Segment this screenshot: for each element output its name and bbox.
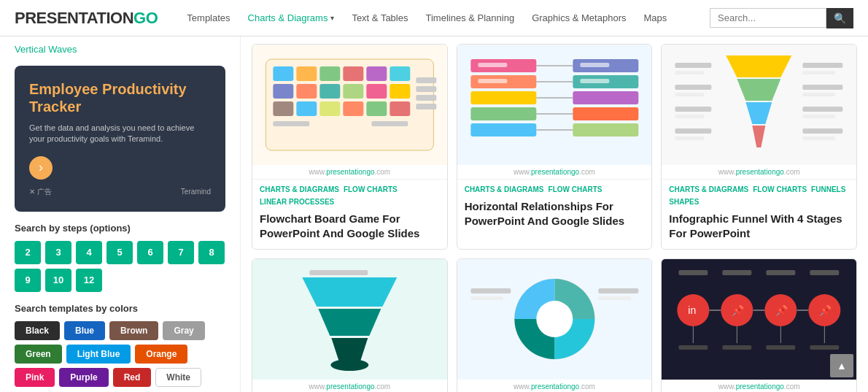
tag-shapes[interactable]: SHAPES	[669, 198, 699, 206]
svg-rect-66	[803, 137, 836, 140]
scroll-to-top-button[interactable]: ▲	[830, 354, 853, 377]
ad-brand: Teramind	[181, 188, 211, 196]
svg-rect-51	[675, 107, 712, 112]
color-pink[interactable]: Pink	[15, 368, 55, 387]
svg-rect-12	[296, 84, 317, 99]
svg-rect-81	[679, 270, 708, 275]
tag-linear[interactable]: LINEAR PROCESSES	[260, 198, 334, 206]
svg-rect-25	[371, 121, 408, 126]
svg-rect-20	[416, 77, 436, 83]
color-green[interactable]: Green	[15, 345, 62, 364]
step-10[interactable]: 10	[45, 269, 71, 292]
tag-flow[interactable]: FLOW CHARTS	[753, 185, 807, 193]
step-9[interactable]: 9	[15, 269, 41, 292]
step-6[interactable]: 6	[137, 241, 163, 264]
svg-marker-69	[302, 277, 397, 307]
nav-templates[interactable]: Templates	[187, 12, 230, 23]
nav-charts-diagrams[interactable]: Charts & Diagrams ▾	[248, 12, 335, 23]
ad-close-label[interactable]: ✕ 广告	[29, 187, 52, 197]
step-3[interactable]: 3	[45, 241, 71, 264]
search-input[interactable]	[710, 8, 826, 28]
card-source: www.presentationgo.com	[662, 380, 856, 392]
nav-maps[interactable]: Maps	[643, 12, 667, 23]
tag-charts[interactable]: CHARTS & DIAGRAMS	[260, 185, 339, 193]
color-grid: Black Blue Brown Gray Green Light Blue O…	[15, 321, 225, 387]
tag-charts[interactable]: CHARTS & DIAGRAMS	[465, 185, 544, 193]
tag-funnels[interactable]: FUNNELS	[811, 185, 845, 193]
card-infographic-funnel-3[interactable]: www.presentationgo.com CHARTS & DIAGRAMS…	[252, 258, 448, 392]
svg-rect-47	[675, 63, 712, 68]
ad-cta-button[interactable]: ›	[29, 156, 53, 180]
main-nav: Templates Charts & Diagrams ▾ Text & Tab…	[187, 12, 710, 23]
step-2[interactable]: 2	[15, 241, 41, 264]
svg-rect-40	[573, 107, 638, 120]
svg-rect-102	[767, 345, 796, 350]
vertical-waves-link[interactable]: Vertical Waves	[15, 44, 225, 55]
ad-description: Get the data and analysis you need to ac…	[29, 123, 211, 145]
step-12[interactable]: 12	[76, 269, 102, 292]
svg-text:in: in	[689, 304, 697, 316]
svg-rect-13	[273, 84, 293, 99]
svg-rect-21	[416, 86, 436, 92]
chevron-down-icon: ▾	[330, 14, 334, 22]
tag-flow[interactable]: FLOW CHARTS	[549, 185, 602, 193]
svg-rect-6	[366, 66, 387, 81]
color-brown[interactable]: Brown	[109, 321, 158, 340]
nav-text-tables[interactable]: Text & Tables	[352, 12, 408, 23]
logo[interactable]: PRESENTATIONGO	[15, 9, 158, 28]
svg-rect-84	[810, 270, 840, 275]
svg-point-79	[536, 301, 573, 337]
card-process-workflow[interactable]: in 📌 📌 📌	[661, 258, 857, 392]
color-white[interactable]: White	[155, 368, 201, 387]
color-light-blue[interactable]: Light Blue	[66, 345, 131, 364]
svg-rect-19	[390, 101, 410, 116]
svg-rect-76	[598, 288, 638, 293]
color-blue[interactable]: Blue	[64, 321, 105, 340]
color-black[interactable]: Black	[15, 321, 60, 340]
nav-graphics[interactable]: Graphics & Metaphors	[532, 12, 626, 23]
ad-title: Employee Productivity Tracker	[29, 80, 211, 115]
card-source: www.presentationgo.com	[457, 165, 652, 180]
svg-rect-16	[319, 101, 340, 116]
svg-rect-29	[470, 91, 536, 104]
svg-rect-61	[803, 85, 843, 90]
main-content: Vertical Waves Employee Productivity Tra…	[0, 36, 868, 392]
svg-rect-7	[390, 66, 410, 81]
card-infographic-funnel-4[interactable]: www.presentationgo.com CHARTS & DIAGRAMS…	[661, 44, 857, 250]
card-process-circle[interactable]: www.presentationgo.com CHARTS & DIAGRAMS…	[457, 258, 653, 392]
search-box: 🔍	[710, 8, 853, 28]
color-gray[interactable]: Gray	[163, 321, 204, 340]
tag-charts[interactable]: CHARTS & DIAGRAMS	[669, 185, 748, 193]
card-image	[252, 259, 447, 380]
search-button[interactable]: 🔍	[826, 8, 853, 28]
svg-rect-101	[723, 345, 752, 350]
svg-rect-31	[470, 123, 536, 137]
step-5[interactable]: 5	[106, 241, 133, 264]
color-orange[interactable]: Orange	[135, 345, 187, 364]
tag-flow[interactable]: FLOW CHARTS	[344, 185, 398, 193]
steps-grid: 2 3 4 5 6 7 8 9 10 12	[15, 241, 225, 292]
step-7[interactable]: 7	[168, 241, 194, 264]
svg-rect-62	[803, 93, 836, 96]
step-4[interactable]: 4	[76, 241, 102, 264]
color-purple[interactable]: Purple	[59, 368, 108, 387]
svg-rect-82	[723, 270, 752, 275]
svg-rect-52	[675, 115, 705, 118]
nav-timelines[interactable]: Timelines & Planning	[425, 12, 514, 23]
color-red[interactable]: Red	[113, 368, 152, 387]
advertisement: Employee Productivity Tracker Get the da…	[15, 66, 225, 212]
cards-area: www.presentationgo.com CHARTS & DIAGRAMS…	[241, 36, 868, 392]
card-tags: CHARTS & DIAGRAMS FLOW CHARTS	[457, 180, 652, 196]
ad-footer: ✕ 广告 Teramind	[29, 187, 211, 197]
svg-rect-49	[675, 85, 712, 90]
svg-rect-74	[470, 288, 511, 293]
svg-rect-24	[273, 121, 309, 126]
svg-rect-75	[470, 296, 503, 300]
card-horizontal-relationships[interactable]: www.presentationgo.com CHARTS & DIAGRAMS…	[457, 44, 653, 250]
card-flowchart-board-game[interactable]: www.presentationgo.com CHARTS & DIAGRAMS…	[252, 44, 448, 250]
card-tags: CHARTS & DIAGRAMS FLOW CHARTS FUNNELS SH…	[662, 180, 856, 209]
cards-grid: www.presentationgo.com CHARTS & DIAGRAMS…	[252, 44, 857, 392]
step-8[interactable]: 8	[198, 241, 225, 264]
svg-marker-55	[726, 55, 792, 77]
colors-section-title: Search templates by colors	[15, 303, 225, 314]
